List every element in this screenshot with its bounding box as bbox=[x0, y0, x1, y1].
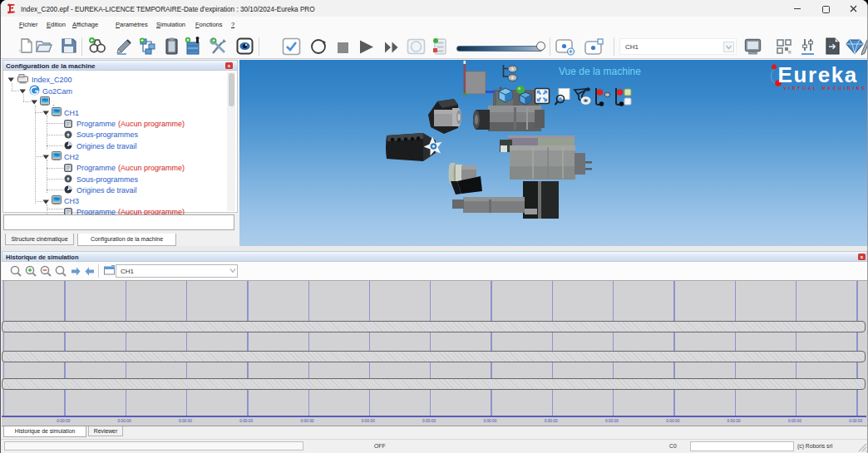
svg-text:Εureka: Εureka bbox=[778, 62, 858, 87]
svg-text:VIRTUAL MACHINING: VIRTUAL MACHINING bbox=[784, 86, 868, 91]
